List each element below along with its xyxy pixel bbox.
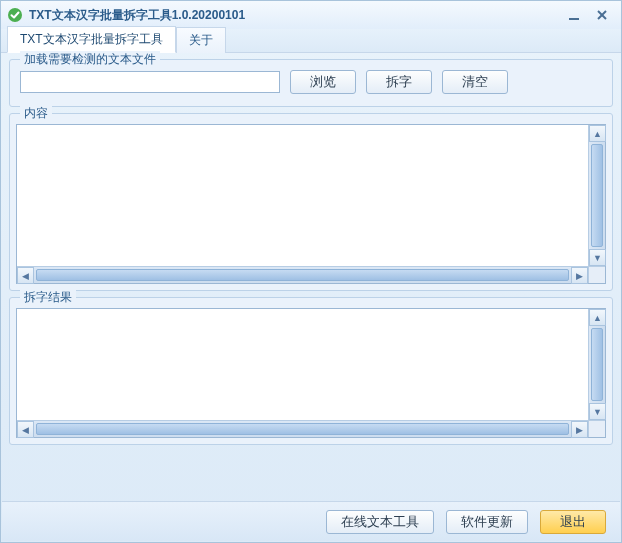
client-area: 加载需要检测的文本文件 浏览 拆字 清空 内容 ▲ ▼ ◀ <box>1 53 621 459</box>
tab-strip: TXT文本汉字批量拆字工具 关于 <box>1 29 621 53</box>
content-vertical-scrollbar[interactable]: ▲ ▼ <box>588 125 605 266</box>
result-textarea[interactable]: ▲ ▼ ◀ ▶ <box>16 308 606 438</box>
scroll-up-icon[interactable]: ▲ <box>589 125 606 142</box>
scroll-right-icon[interactable]: ▶ <box>571 267 588 284</box>
titlebar: TXT文本汉字批量拆字工具1.0.20200101 <box>1 1 621 29</box>
tab-about[interactable]: 关于 <box>176 27 226 53</box>
result-horizontal-thumb[interactable] <box>36 423 569 435</box>
scroll-right-icon[interactable]: ▶ <box>571 421 588 438</box>
file-path-input[interactable] <box>20 71 280 93</box>
online-tools-button[interactable]: 在线文本工具 <box>326 510 434 534</box>
load-file-group: 加载需要检测的文本文件 浏览 拆字 清空 <box>9 59 613 107</box>
minimize-button[interactable] <box>561 6 587 24</box>
content-textarea[interactable]: ▲ ▼ ◀ ▶ <box>16 124 606 284</box>
update-button[interactable]: 软件更新 <box>446 510 528 534</box>
load-file-row: 浏览 拆字 清空 <box>20 70 602 94</box>
content-group: 内容 ▲ ▼ ◀ ▶ <box>9 113 613 291</box>
bottom-bar: 在线文本工具 软件更新 退出 <box>2 501 620 541</box>
content-legend: 内容 <box>20 105 52 122</box>
result-legend: 拆字结果 <box>20 289 76 306</box>
load-file-legend: 加载需要检测的文本文件 <box>20 51 160 68</box>
close-button[interactable] <box>589 6 615 24</box>
scroll-down-icon[interactable]: ▼ <box>589 249 606 266</box>
result-vertical-thumb[interactable] <box>591 328 603 401</box>
svg-rect-1 <box>569 18 579 20</box>
result-text <box>17 309 588 420</box>
result-group: 拆字结果 ▲ ▼ ◀ ▶ <box>9 297 613 445</box>
content-horizontal-scrollbar[interactable]: ◀ ▶ <box>17 266 588 283</box>
result-horizontal-scrollbar[interactable]: ◀ ▶ <box>17 420 588 437</box>
clear-button[interactable]: 清空 <box>442 70 508 94</box>
content-scroll-corner <box>588 266 605 283</box>
app-icon <box>7 7 23 23</box>
content-vertical-thumb[interactable] <box>591 144 603 247</box>
split-button[interactable]: 拆字 <box>366 70 432 94</box>
result-vertical-scrollbar[interactable]: ▲ ▼ <box>588 309 605 420</box>
result-scroll-corner <box>588 420 605 437</box>
scroll-left-icon[interactable]: ◀ <box>17 421 34 438</box>
content-horizontal-thumb[interactable] <box>36 269 569 281</box>
scroll-left-icon[interactable]: ◀ <box>17 267 34 284</box>
scroll-up-icon[interactable]: ▲ <box>589 309 606 326</box>
tab-main[interactable]: TXT文本汉字批量拆字工具 <box>7 26 176 53</box>
window-title: TXT文本汉字批量拆字工具1.0.20200101 <box>29 7 559 24</box>
exit-button[interactable]: 退出 <box>540 510 606 534</box>
app-window: TXT文本汉字批量拆字工具1.0.20200101 TXT文本汉字批量拆字工具 … <box>0 0 622 543</box>
browse-button[interactable]: 浏览 <box>290 70 356 94</box>
content-text <box>17 125 588 266</box>
scroll-down-icon[interactable]: ▼ <box>589 403 606 420</box>
